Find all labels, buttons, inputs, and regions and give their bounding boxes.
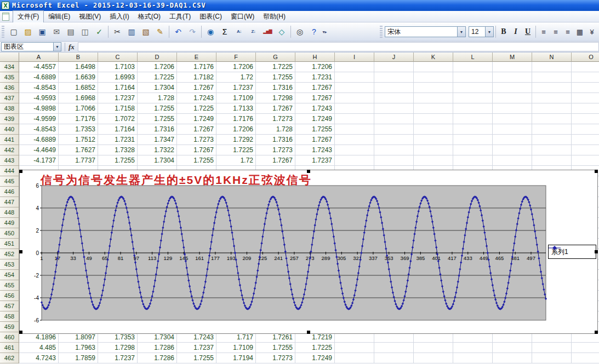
cell-A442[interactable]: -4.4649 [19,145,59,155]
selection-handle[interactable] [19,170,22,173]
cell-B436[interactable]: 1.6852 [59,83,98,93]
cell-B437[interactable]: 1.6968 [59,93,98,103]
cell-F437[interactable]: 1.7109 [216,93,256,103]
paste-button[interactable]: ▧ [139,25,153,39]
cell-K439[interactable] [414,114,453,124]
cell-G461[interactable]: 1.7255 [256,343,295,353]
cell-A443[interactable]: -4.1737 [19,155,59,166]
chart-legend[interactable]: 系列1 [548,245,596,259]
cell-B435[interactable]: 1.6639 [59,72,98,83]
cell-D462[interactable]: 1.7286 [138,353,177,363]
cell-B439[interactable]: 1.7176 [59,114,98,124]
cell-B440[interactable]: 1.7353 [59,124,98,135]
cell-J462[interactable] [374,353,414,363]
cell-N438[interactable] [532,103,572,114]
cell-E462[interactable]: 1.7255 [177,353,216,363]
selection-handle[interactable] [307,331,310,334]
cell-M442[interactable] [493,145,532,155]
cell-I435[interactable] [335,72,374,83]
redo-button[interactable]: ↷ [185,25,199,39]
cell-A439[interactable]: -4.9599 [19,114,59,124]
row-header-449[interactable]: 449 [0,218,19,228]
cell-B443[interactable]: 1.7737 [59,155,98,166]
column-header-M[interactable]: M [493,53,532,62]
drawing-button[interactable]: ◇ [275,25,289,39]
menu-item-chart[interactable]: 图表(C) [195,11,226,22]
cell-F441[interactable]: 1.7292 [216,135,256,145]
selection-handle[interactable] [595,250,598,253]
cell-L441[interactable] [453,135,493,145]
cell-O443[interactable] [572,155,599,166]
cell-L435[interactable] [453,72,493,83]
cell-B462[interactable]: 1.7859 [59,353,98,363]
cell-N439[interactable] [532,114,572,124]
row-header-448[interactable]: 448 [0,207,19,218]
menu-item-format[interactable]: 格式(O) [134,11,165,22]
cell-F442[interactable]: 1.7225 [216,145,256,155]
email-button[interactable]: ✉ [49,25,64,39]
new-workbook-button[interactable]: ▢ [7,25,21,39]
select-all-corner[interactable] [0,53,19,62]
cell-G443[interactable]: 1.7267 [256,155,295,166]
cell-G434[interactable]: 1.7225 [256,62,295,72]
row-header-451[interactable]: 451 [0,239,19,249]
cell-A436[interactable]: -4.8543 [19,83,59,93]
row-header-453[interactable]: 453 [0,259,19,270]
print-button[interactable]: ▤ [64,25,78,39]
cell-F439[interactable]: 1.7176 [216,114,256,124]
cell-K437[interactable] [414,93,453,103]
row-header-434[interactable]: 434 [0,62,19,72]
cell-M436[interactable] [493,83,532,93]
column-header-H[interactable]: H [295,53,335,62]
underline-button[interactable]: U [522,26,534,38]
cell-A461[interactable]: 4.485 [19,343,59,353]
cell-C461[interactable]: 1.7298 [98,343,138,353]
cell-L440[interactable] [453,124,493,135]
cell-N462[interactable] [532,353,572,363]
cell-F443[interactable]: 1.72 [216,155,256,166]
cell-D437[interactable]: 1.728 [138,93,177,103]
cell-F438[interactable]: 1.7133 [216,103,256,114]
column-header-I[interactable]: I [335,53,374,62]
cell-E442[interactable]: 1.7267 [177,145,216,155]
cell-J437[interactable] [374,93,414,103]
cell-H461[interactable]: 1.7225 [295,343,335,353]
cell-L443[interactable] [453,155,493,166]
cell-L461[interactable] [453,343,493,353]
font-name-dropdown-icon[interactable]: ▼ [457,27,465,37]
zoom-button[interactable]: ◎ [293,25,307,39]
cell-J438[interactable] [374,103,414,114]
merge-and-center-button[interactable]: ▦ [574,26,586,38]
cell-H441[interactable]: 1.7267 [295,135,335,145]
cell-D440[interactable]: 1.7316 [138,124,177,135]
cell-O442[interactable] [572,145,599,155]
row-header-455[interactable]: 455 [0,280,19,291]
cell-A440[interactable]: -4.8543 [19,124,59,135]
column-header-C[interactable]: C [98,53,138,62]
cell-B438[interactable]: 1.7066 [59,103,98,114]
cell-M462[interactable] [493,353,532,363]
cell-M434[interactable] [493,62,532,72]
row-header-442[interactable]: 442 [0,145,19,155]
cell-O441[interactable] [572,135,599,145]
row-header-446[interactable]: 446 [0,187,19,197]
selection-handle[interactable] [307,170,310,173]
menu-item-tools[interactable]: 工具(T) [165,11,195,22]
italic-button[interactable]: I [510,26,522,38]
font-name-combo[interactable]: 宋体 ▼ [385,26,466,37]
cell-E440[interactable]: 1.7267 [177,124,216,135]
cell-E436[interactable]: 1.7267 [177,83,216,93]
insert-hyperlink-button[interactable]: ◉ [203,25,218,39]
cell-J435[interactable] [374,72,414,83]
align-center-button[interactable]: ≡ [550,26,562,38]
open-button[interactable]: ▨ [21,25,35,39]
cell-D434[interactable]: 1.7206 [138,62,177,72]
cell-K440[interactable] [414,124,453,135]
cell-C436[interactable]: 1.7164 [98,83,138,93]
cell-E435[interactable]: 1.7182 [177,72,216,83]
cell-E441[interactable]: 1.7273 [177,135,216,145]
cell-C435[interactable]: 1.6993 [98,72,138,83]
cell-G439[interactable]: 1.7273 [256,114,295,124]
row-header-461[interactable]: 461 [0,343,19,353]
chart-wizard-button[interactable]: ▂▅▇ [260,25,275,39]
